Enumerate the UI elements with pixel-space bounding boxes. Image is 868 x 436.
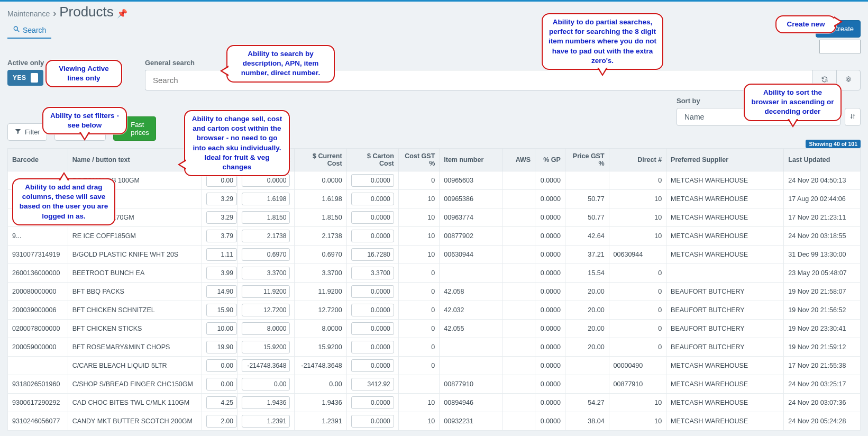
- table-row[interactable]: 0200078000000BFT CHICKEN STICKS8.0000042…: [8, 320, 861, 338]
- sell-input[interactable]: [206, 341, 237, 353]
- svg-point-5: [847, 78, 849, 80]
- cell-supplier: METCASH WAREHOUSE: [666, 227, 784, 246]
- table-row[interactable]: L OAK CLAS 170GM1.815010009637740.000050…: [8, 208, 861, 227]
- sell-input[interactable]: [206, 359, 237, 372]
- carton-cost-input[interactable]: [242, 248, 290, 261]
- cell-gp: 0.0000: [535, 264, 565, 283]
- sell-input[interactable]: [206, 248, 237, 261]
- carton-input[interactable]: [351, 248, 394, 261]
- cell-gp: 0.0000: [535, 320, 565, 338]
- sell-input[interactable]: [206, 211, 237, 224]
- pin-icon[interactable]: 📌: [117, 8, 127, 19]
- carton-cost-input[interactable]: [242, 193, 290, 205]
- carton-cost-input[interactable]: [242, 230, 290, 242]
- svg-point-0: [14, 26, 17, 30]
- table-row[interactable]: 200080000000BFT BBQ PACKS11.9200042.0580…: [8, 283, 861, 301]
- cell-current-cost: 8.0000: [295, 320, 346, 338]
- carton-input[interactable]: [351, 378, 394, 390]
- table-row[interactable]: 9...RE ICE COFF185GM2.173810008779020.00…: [8, 227, 861, 246]
- carton-input[interactable]: [351, 285, 394, 298]
- col-gp[interactable]: % GP: [535, 149, 565, 171]
- col-aws[interactable]: AWS: [502, 149, 535, 171]
- cell-cost-gst: [398, 375, 440, 394]
- cell-direct: 00000490: [609, 357, 666, 375]
- table-row[interactable]: 9310246056077CANDY MKT BUTTER SCOTCH 200…: [8, 412, 861, 431]
- cell-barcode: 9310246056077: [8, 412, 68, 431]
- cell-gp: 0.0000: [535, 190, 565, 208]
- table-row[interactable]: C/CARE BLEACH LIQUID 5LTR-214748.364800.…: [8, 357, 861, 375]
- create-input[interactable]: [819, 40, 861, 53]
- cell-name: B/GOLD PLASTIC KNIFE WHT 20S: [68, 246, 202, 264]
- table-row[interactable]: 9300617290292CAD CHOC BITES TWL C/MLK 11…: [8, 394, 861, 412]
- table-row[interactable]: 9310077314919B/GOLD PLASTIC KNIFE WHT 20…: [8, 246, 861, 264]
- carton-cost-input[interactable]: [242, 304, 290, 316]
- cell-current-cost: 0.0000: [295, 171, 346, 190]
- col-updated[interactable]: Last Updated: [784, 149, 861, 171]
- search-tab[interactable]: Search: [7, 22, 51, 39]
- carton-cost-input[interactable]: [242, 415, 290, 428]
- col-direct[interactable]: Direct #: [609, 149, 666, 171]
- sell-input[interactable]: [206, 285, 237, 298]
- carton-input[interactable]: [351, 174, 394, 187]
- cell-price-gst: 20.00: [565, 301, 609, 320]
- sell-input[interactable]: [206, 230, 237, 242]
- table-row[interactable]: ATS 170GM1.619810009653860.000050.7710ME…: [8, 190, 861, 208]
- carton-cost-input[interactable]: [242, 322, 290, 335]
- sell-input[interactable]: [206, 322, 237, 335]
- carton-cost-input[interactable]: [242, 378, 290, 390]
- carton-input[interactable]: [351, 230, 394, 242]
- col-barcode[interactable]: Barcode: [8, 149, 68, 171]
- active-only-toggle[interactable]: YES: [7, 70, 43, 86]
- table-row[interactable]: 9318026501960C/SHOP S/BREAD FINGER CHC15…: [8, 375, 861, 394]
- cell-aws: [502, 375, 535, 394]
- cell-current-cost: 1.2391: [295, 412, 346, 431]
- cell-item-number: 42.055: [440, 320, 502, 338]
- carton-input[interactable]: [351, 211, 394, 224]
- sell-input[interactable]: [206, 415, 237, 428]
- table-row[interactable]: 200039000006BFT CHICKEN SCHNITZEL12.7200…: [8, 301, 861, 320]
- table-row[interactable]: 200059000000BFT ROSEMARY&MINT CHOPS15.92…: [8, 338, 861, 357]
- filter-button[interactable]: Filter: [7, 123, 47, 141]
- sell-input[interactable]: [206, 267, 237, 279]
- cell-direct: 0: [609, 171, 666, 190]
- carton-cost-input[interactable]: [242, 211, 290, 224]
- page-title: Products: [59, 4, 114, 20]
- breadcrumb-parent[interactable]: Maintenance: [7, 10, 50, 18]
- carton-input[interactable]: [351, 415, 394, 428]
- carton-cost-input[interactable]: [242, 396, 290, 409]
- sell-input[interactable]: [206, 378, 237, 390]
- table-row[interactable]: RS TOM&HRB 100GM0.00000009656030.00000ME…: [8, 171, 861, 190]
- table-row[interactable]: 2600136000000BEETROOT BUNCH EA3.370000.0…: [8, 264, 861, 283]
- col-supplier[interactable]: Preferred Supplier: [666, 149, 784, 171]
- cell-gp: 0.0000: [535, 246, 565, 264]
- cell-aws: [502, 320, 535, 338]
- carton-input[interactable]: [351, 322, 394, 335]
- sort-direction-button[interactable]: [845, 108, 861, 126]
- carton-input[interactable]: [351, 267, 394, 279]
- cell-direct: 00630944: [609, 246, 666, 264]
- carton-input[interactable]: [351, 304, 394, 316]
- cell-barcode: 200039000006: [8, 301, 68, 320]
- cell-name: BFT CHICKEN SCHNITZEL: [68, 301, 202, 320]
- carton-cost-input[interactable]: [242, 285, 290, 298]
- carton-input[interactable]: [351, 341, 394, 353]
- sort-icon: [849, 113, 856, 122]
- sell-input[interactable]: [206, 193, 237, 205]
- col-cost-gst[interactable]: Cost GST %: [398, 149, 440, 171]
- carton-input[interactable]: [351, 359, 394, 372]
- cell-supplier: BEAUFORT BUTCHERY: [666, 283, 784, 301]
- cell-barcode: [8, 357, 68, 375]
- sell-input[interactable]: [206, 396, 237, 409]
- carton-input[interactable]: [351, 193, 394, 205]
- cell-barcode: 9300617290292: [8, 394, 68, 412]
- carton-cost-input[interactable]: [242, 359, 290, 372]
- col-carton-cost[interactable]: $ Carton Cost: [346, 149, 398, 171]
- carton-cost-input[interactable]: [242, 267, 290, 279]
- col-price-gst[interactable]: Price GST %: [565, 149, 609, 171]
- col-current-cost[interactable]: $ Current Cost: [295, 149, 346, 171]
- sell-input[interactable]: [206, 304, 237, 316]
- carton-cost-input[interactable]: [242, 341, 290, 353]
- cell-direct: 10: [609, 394, 666, 412]
- carton-input[interactable]: [351, 396, 394, 409]
- col-item-number[interactable]: Item number: [440, 149, 502, 171]
